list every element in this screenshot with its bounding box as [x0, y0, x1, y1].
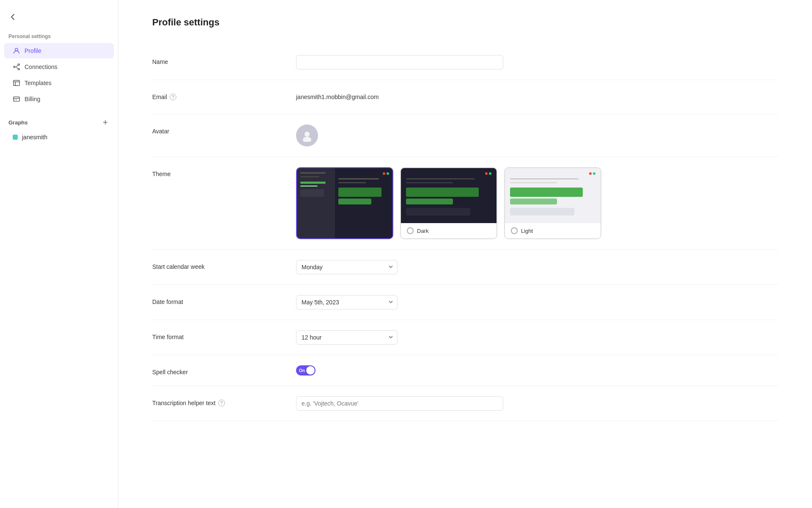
- theme-card-dark-footer: Dark: [401, 223, 497, 238]
- theme-preview-left: [297, 168, 335, 238]
- avatar-row: Avatar: [152, 114, 778, 157]
- graph-item-label: janesmith: [22, 134, 47, 141]
- svg-point-7: [303, 137, 311, 142]
- back-button[interactable]: [0, 8, 118, 31]
- theme-card-dark[interactable]: Dark: [400, 167, 497, 239]
- calendar-week-row: Start calendar week Monday Sunday Saturd…: [152, 250, 778, 285]
- light-dot-green: [593, 172, 595, 175]
- graphs-label: Graphs: [8, 119, 28, 126]
- theme-card-system[interactable]: Default to system: [296, 167, 393, 239]
- theme-dark-label: Dark: [417, 228, 428, 234]
- time-format-row: Time format 12 hour 24 hour: [152, 320, 778, 355]
- dark-window-dots: [406, 172, 491, 175]
- theme-card-light[interactable]: Light: [504, 167, 601, 239]
- theme-card-light-footer: Light: [505, 223, 601, 238]
- date-format-select[interactable]: May 5th, 2023 05/05/2023 2023-05-05: [296, 295, 398, 309]
- main-content: Profile settings Name Email ? janesmith1…: [118, 0, 812, 508]
- transcription-input[interactable]: [296, 396, 503, 411]
- avatar-label: Avatar: [152, 124, 279, 135]
- time-format-label: Time format: [152, 330, 279, 340]
- svg-point-6: [304, 132, 310, 137]
- svg-point-1: [14, 66, 15, 68]
- avatar-content: [296, 124, 778, 146]
- email-row: Email ? janesmith1.mobbin@gmail.com: [152, 80, 778, 114]
- theme-label: Theme: [152, 167, 279, 177]
- transcription-row: Transcription helper text ?: [152, 386, 778, 421]
- calendar-week-label: Start calendar week: [152, 260, 279, 270]
- email-value: janesmith1.mobbin@gmail.com: [296, 90, 778, 104]
- graphs-section-header: Graphs: [0, 111, 118, 130]
- svg-point-3: [18, 69, 20, 70]
- theme-radio-dark[interactable]: [407, 227, 414, 234]
- calendar-week-select[interactable]: Monday Sunday Saturday: [296, 260, 398, 274]
- theme-cards: Default to system: [296, 167, 778, 239]
- email-label: Email ?: [152, 90, 279, 100]
- spell-checker-toggle-container: On: [296, 365, 778, 375]
- spell-checker-toggle[interactable]: On: [296, 365, 315, 375]
- date-format-row: Date format May 5th, 2023 05/05/2023 202…: [152, 285, 778, 320]
- sidebar-item-profile[interactable]: Profile: [4, 43, 114, 58]
- light-window-dots: [510, 172, 595, 175]
- dark-dot-green: [489, 172, 491, 175]
- time-format-content: 12 hour 24 hour: [296, 330, 778, 345]
- light-dot-red: [589, 172, 592, 175]
- email-help-icon[interactable]: ?: [170, 94, 176, 100]
- svg-rect-5: [14, 97, 19, 102]
- theme-radio-light[interactable]: [511, 227, 518, 234]
- personal-settings-label: Personal settings: [0, 31, 118, 43]
- theme-preview-dark: [401, 168, 497, 223]
- sidebar-item-templates[interactable]: Templates: [4, 75, 114, 91]
- window-dots: [338, 172, 389, 175]
- calendar-week-wrapper: Monday Sunday Saturday: [296, 260, 398, 274]
- sidebar: Personal settings Profile Connections: [0, 0, 118, 508]
- transcription-label: Transcription helper text ?: [152, 396, 279, 406]
- svg-point-2: [18, 64, 20, 66]
- transcription-help-icon[interactable]: ?: [218, 400, 225, 406]
- date-format-content: May 5th, 2023 05/05/2023 2023-05-05: [296, 295, 778, 309]
- sidebar-item-connections[interactable]: Connections: [4, 59, 114, 75]
- calendar-week-content: Monday Sunday Saturday: [296, 260, 778, 274]
- profile-icon: [13, 47, 20, 55]
- transcription-content: [296, 396, 778, 411]
- sidebar-item-templates-label: Templates: [25, 80, 52, 86]
- sidebar-item-profile-label: Profile: [25, 47, 41, 54]
- name-label: Name: [152, 55, 279, 65]
- billing-icon: [13, 95, 20, 103]
- time-format-wrapper: 12 hour 24 hour: [296, 330, 398, 345]
- theme-light-label: Light: [521, 228, 533, 234]
- theme-preview-right: [335, 168, 392, 238]
- sidebar-item-connections-label: Connections: [25, 64, 58, 70]
- spell-checker-content: On: [296, 365, 778, 375]
- templates-icon: [13, 79, 20, 87]
- name-content: [296, 55, 778, 69]
- toggle-on-label: On: [299, 368, 305, 373]
- name-row: Name: [152, 45, 778, 80]
- add-graph-button[interactable]: [101, 118, 110, 127]
- dot-red: [383, 172, 385, 175]
- connections-icon: [13, 63, 20, 71]
- svg-rect-4: [14, 80, 19, 86]
- name-input[interactable]: [296, 55, 503, 69]
- date-format-wrapper: May 5th, 2023 05/05/2023 2023-05-05: [296, 295, 398, 309]
- theme-card-system-footer: Default to system: [297, 238, 392, 239]
- spell-checker-row: Spell checker On: [152, 355, 778, 386]
- avatar[interactable]: [296, 124, 318, 146]
- page-title: Profile settings: [152, 17, 778, 28]
- toggle-knob: [306, 366, 315, 375]
- spell-checker-label: Spell checker: [152, 365, 279, 375]
- theme-preview-system: [297, 168, 392, 238]
- sidebar-item-billing-label: Billing: [25, 96, 40, 102]
- graph-item-janesmith[interactable]: janesmith: [4, 130, 114, 144]
- time-format-select[interactable]: 12 hour 24 hour: [296, 330, 398, 345]
- theme-preview-light: [505, 168, 601, 223]
- graph-dot: [13, 135, 18, 140]
- date-format-label: Date format: [152, 295, 279, 305]
- email-content: janesmith1.mobbin@gmail.com: [296, 90, 778, 104]
- theme-content: Default to system: [296, 167, 778, 239]
- sidebar-item-billing[interactable]: Billing: [4, 91, 114, 107]
- theme-row: Theme: [152, 157, 778, 250]
- dot-green: [387, 172, 389, 175]
- dark-dot-red: [485, 172, 488, 175]
